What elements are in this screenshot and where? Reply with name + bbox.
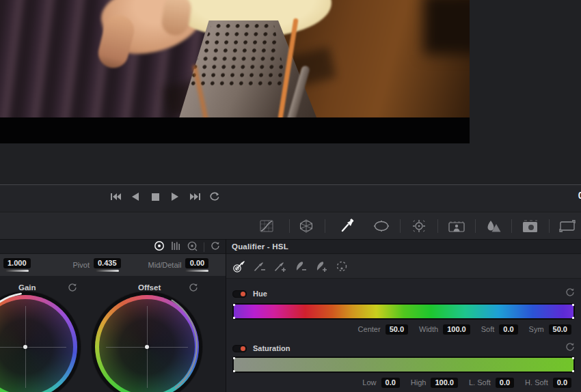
picker-subtract-icon[interactable]: [253, 260, 267, 273]
picker-add-icon[interactable]: [273, 260, 287, 273]
softness-add-icon[interactable]: [314, 260, 328, 273]
left-palette-header: [0, 239, 226, 254]
qualifier-tools-row: [226, 254, 581, 279]
saturation-toggle[interactable]: [232, 345, 247, 352]
offset-wheel-face: [99, 299, 195, 392]
primary-values-row: 1.000 Pivot 0.435 Mid/Detail 0.00: [0, 254, 226, 276]
invert-icon[interactable]: [335, 260, 349, 273]
timecode-display: 0: [578, 190, 581, 201]
hue-sym-value[interactable]: 50.0: [549, 324, 571, 335]
color-warper-icon[interactable]: [294, 215, 319, 237]
palette-toolbar: [0, 212, 581, 239]
color-wheels-palette: 1.000 Pivot 0.435 Mid/Detail 0.00: [0, 239, 226, 392]
magic-mask-icon[interactable]: [444, 215, 469, 237]
saturation-toggle-indicator: [241, 346, 245, 351]
offset-label: Offset: [138, 283, 161, 292]
palette-reset-icon[interactable]: [211, 241, 220, 253]
sat-high-value[interactable]: 100.0: [431, 378, 458, 388]
tracker-icon[interactable]: [407, 215, 431, 237]
qualifier-body: Hue Center50.0 Width100.0 Soft0.0 Sym50.…: [226, 279, 581, 392]
pivot-value[interactable]: 0.435: [94, 258, 121, 268]
gain-wheel-handle[interactable]: [23, 345, 27, 349]
stop-button[interactable]: [149, 191, 161, 203]
qualifier-icon[interactable]: [335, 215, 360, 237]
toolbar-divider: [289, 219, 290, 233]
gain-label: Gain: [18, 283, 36, 292]
header-divider: [204, 242, 204, 252]
toolbar-divider: [475, 219, 476, 233]
saturation-handle[interactable]: [233, 357, 235, 359]
wheels-area: Gain Offset: [0, 276, 226, 392]
softness-subtract-icon[interactable]: [294, 260, 308, 273]
color-wheels-mode-icon[interactable]: [154, 240, 165, 254]
loop-button[interactable]: [208, 191, 221, 203]
hue-range-bar[interactable]: [232, 303, 575, 320]
viewer-panel: [0, 0, 581, 184]
qualifier-title: Qualifier - HSL: [226, 242, 288, 251]
hue-handle[interactable]: [233, 304, 235, 306]
panel-divider: [226, 239, 226, 392]
saturation-reset-icon[interactable]: [565, 342, 575, 354]
hue-width-value[interactable]: 100.0: [443, 324, 470, 335]
mid-detail-label: Mid/Detail: [148, 261, 182, 269]
hue-handle[interactable]: [572, 317, 574, 319]
pivot-slider[interactable]: [96, 270, 119, 272]
play-reverse-button[interactable]: [129, 191, 141, 203]
saturation-label: Saturation: [253, 344, 290, 352]
transport-bar: 0: [0, 184, 581, 212]
curves-icon[interactable]: [254, 215, 279, 237]
contrast-value[interactable]: 1.000: [3, 258, 31, 268]
saturation-range-bar[interactable]: [232, 356, 575, 373]
transport-controls: [109, 191, 221, 203]
key-icon[interactable]: [517, 215, 542, 237]
offset-wheel-handle[interactable]: [145, 345, 149, 349]
gain-reset-icon[interactable]: [68, 283, 77, 295]
play-forward-button[interactable]: [169, 191, 181, 203]
gain-wheel-face: [0, 299, 73, 392]
primary-bars-mode-icon[interactable]: [171, 241, 180, 253]
sizing-icon[interactable]: [555, 215, 580, 237]
contrast-slider[interactable]: [5, 270, 29, 272]
video-frame: [0, 0, 470, 143]
hue-sym-label: Sym: [529, 325, 544, 333]
qualifier-header: Qualifier - HSL: [226, 239, 581, 254]
hue-width-label: Width: [419, 325, 438, 333]
toolbar-divider: [400, 219, 401, 233]
skip-to-start-button[interactable]: [109, 191, 122, 203]
qualifier-panel: Qualifier - HSL: [226, 239, 581, 392]
blur-icon[interactable]: [481, 215, 506, 237]
saturation-handle[interactable]: [572, 357, 574, 359]
hue-soft-value[interactable]: 0.0: [499, 324, 517, 335]
toolbar-divider: [437, 219, 438, 233]
saturation-handle[interactable]: [233, 370, 235, 372]
picker-icon[interactable]: [232, 260, 246, 273]
sat-low-label: Low: [362, 378, 376, 387]
sat-hsoft-label: H. Soft: [525, 378, 548, 387]
offset-reset-icon[interactable]: [189, 283, 198, 295]
mid-detail-value[interactable]: 0.00: [185, 258, 208, 268]
hue-toggle[interactable]: [232, 290, 247, 298]
hue-handle[interactable]: [233, 317, 235, 319]
hue-reset-icon[interactable]: [565, 288, 575, 300]
offset-color-wheel[interactable]: [95, 295, 199, 392]
hue-handle[interactable]: [572, 304, 574, 306]
toolbar-divider: [549, 219, 550, 233]
hue-soft-label: Soft: [481, 325, 495, 333]
hue-center-value[interactable]: 50.0: [386, 324, 408, 335]
sat-hsoft-value[interactable]: 0.0: [553, 378, 571, 388]
power-window-icon[interactable]: [369, 215, 394, 237]
hue-toggle-indicator: [241, 292, 245, 296]
mid-detail-slider[interactable]: [185, 270, 208, 272]
hue-label: Hue: [253, 290, 267, 298]
gain-color-wheel[interactable]: [0, 295, 77, 392]
log-wheels-mode-icon[interactable]: [187, 240, 198, 254]
letterbox-bar: [0, 117, 470, 143]
hue-center-label: Center: [358, 325, 381, 333]
hue-row: Hue: [232, 289, 575, 298]
toolbar-divider: [325, 219, 325, 233]
hue-params-row: Center50.0 Width100.0 Soft0.0 Sym50.0: [232, 324, 571, 335]
sat-low-value[interactable]: 0.0: [381, 378, 400, 388]
skip-to-end-button[interactable]: [189, 191, 201, 203]
sat-lsoft-value[interactable]: 0.0: [496, 378, 514, 388]
saturation-handle[interactable]: [572, 370, 574, 372]
